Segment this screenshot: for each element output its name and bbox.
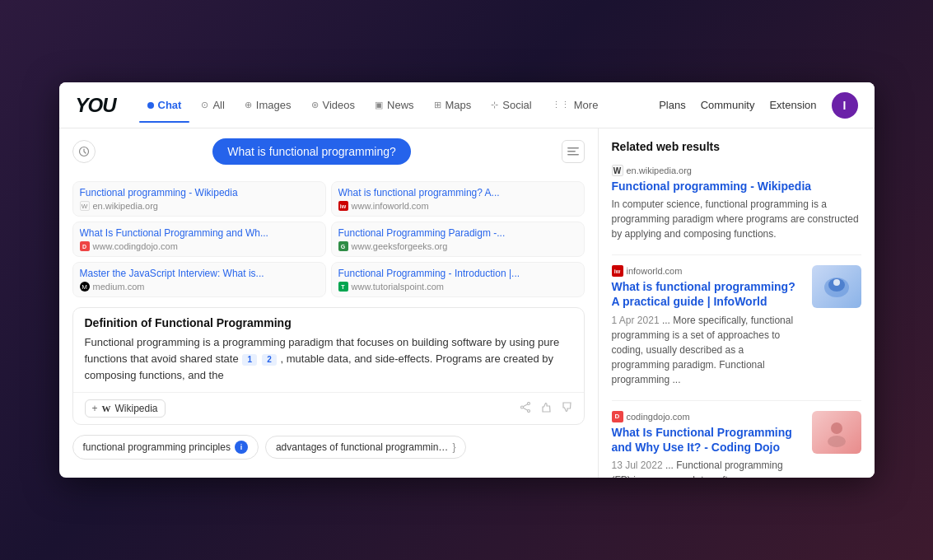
history-button[interactable]: [72, 140, 96, 163]
wikipedia-badge[interactable]: + W Wikipedia: [85, 399, 166, 418]
chat-header: What is functional programming?: [59, 128, 598, 175]
tab-chat[interactable]: Chat: [139, 94, 190, 116]
source-item-0[interactable]: Functional programming - Wikipedia W en.…: [72, 181, 326, 217]
tab-more-label: More: [574, 99, 599, 111]
source-item-2[interactable]: What Is Functional Programming and Wh...…: [72, 222, 326, 257]
browser-window: YOU Chat ⊙ All ⊕ Images ⊛ Videos ▣ News: [59, 82, 875, 478]
community-link[interactable]: Community: [701, 99, 755, 111]
source-title-3: Functional Programming Paradigm -...: [338, 227, 577, 239]
source-favicon-1: iw: [338, 201, 348, 211]
result-item-inner-1: iw infoworld.com What is functional prog…: [612, 265, 861, 386]
svg-line-8: [523, 408, 527, 411]
tab-images[interactable]: ⊕ Images: [236, 94, 300, 116]
source-item-3[interactable]: Functional Programming Paradigm -... G w…: [331, 222, 585, 257]
suggestion-label-1: advantages of functional programmin…: [276, 441, 448, 453]
result-snippet-1: 1 Apr 2021 ... More specifically, functi…: [612, 313, 804, 387]
tab-all-label: All: [212, 99, 224, 111]
suggestion-chip-0[interactable]: functional programming principles i: [72, 435, 259, 460]
result-title-1[interactable]: What is functional programming? A practi…: [612, 279, 804, 309]
result-content-2: D codingdojo.com What Is Functional Prog…: [612, 411, 804, 478]
tab-chat-label: Chat: [158, 99, 182, 111]
source-title-1: What is functional programming? A...: [338, 187, 577, 198]
nav-tabs: Chat ⊙ All ⊕ Images ⊛ Videos ▣ News ⊞ Ma…: [139, 94, 660, 116]
svg-point-11: [833, 279, 840, 286]
tab-images-label: Images: [256, 99, 292, 111]
user-query-bubble: What is functional programming?: [212, 138, 411, 165]
result-content-1: iw infoworld.com What is functional prog…: [612, 265, 804, 386]
result-favicon-0: W: [612, 165, 623, 176]
action-icons: [520, 402, 572, 415]
answer-text: Functional programming is a programming …: [73, 334, 584, 392]
result-title-0[interactable]: Functional programming - Wikipedia: [612, 179, 861, 194]
suggestion-chip-1[interactable]: advantages of functional programmin… }: [265, 436, 466, 459]
result-date-1: 1 Apr 2021: [612, 315, 660, 326]
tab-all-icon: ⊙: [201, 100, 208, 110]
source-favicon-3: G: [338, 241, 348, 251]
tab-videos-label: Videos: [323, 99, 356, 111]
tab-maps[interactable]: ⊞ Maps: [426, 94, 480, 116]
svg-point-13: [828, 436, 846, 447]
result-domain-2: D codingdojo.com: [612, 411, 804, 422]
result-thumbnail-2: [812, 411, 861, 454]
tab-maps-icon: ⊞: [434, 100, 441, 110]
svg-point-12: [831, 422, 842, 434]
svg-rect-3: [567, 154, 579, 156]
top-nav: YOU Chat ⊙ All ⊕ Images ⊛ Videos ▣ News: [59, 82, 875, 128]
thumbup-icon[interactable]: [541, 402, 552, 415]
result-thumbnail-1: [812, 265, 861, 308]
suggestion-dot-0: i: [235, 441, 248, 454]
suggestions-bar: functional programming principles i adva…: [59, 428, 598, 466]
source-title-0: Functional programming - Wikipedia: [80, 187, 319, 198]
nav-right: Plans Community Extension I: [659, 92, 857, 119]
answer-box: Definition of Functional Programming Fun…: [72, 307, 585, 425]
citation-2: 2: [262, 354, 277, 366]
collapse-button[interactable]: [562, 140, 585, 163]
result-domain-0: W en.wikipedia.org: [612, 165, 861, 176]
logo[interactable]: YOU: [76, 94, 116, 117]
source-item-1[interactable]: What is functional programming? A... iw …: [331, 181, 585, 217]
source-domain-2: D www.codingdojo.com: [80, 241, 319, 251]
result-item-2: D codingdojo.com What Is Functional Prog…: [612, 411, 861, 478]
tab-more[interactable]: ⋮⋮ More: [543, 94, 607, 116]
suggestion-bracket-1: }: [452, 441, 455, 453]
tab-more-icon: ⋮⋮: [552, 100, 570, 110]
tab-all[interactable]: ⊙ All: [193, 94, 232, 116]
source-domain-1: iw www.infoworld.com: [338, 201, 577, 211]
wiki-icon: W: [102, 404, 111, 413]
svg-point-5: [527, 410, 529, 413]
tab-images-icon: ⊕: [245, 100, 252, 110]
right-panel: Related web results W en.wikipedia.org F…: [599, 128, 875, 478]
source-title-4: Master the JavaScript Interview: What is…: [80, 268, 319, 279]
plus-icon: +: [92, 403, 98, 414]
source-title-5: Functional Programming - Introduction |.…: [338, 268, 577, 279]
result-snippet-0: In computer science, functional programm…: [612, 197, 861, 241]
tab-maps-label: Maps: [446, 99, 472, 111]
tab-social-label: Social: [502, 99, 531, 111]
plans-link[interactable]: Plans: [659, 99, 686, 111]
share-icon[interactable]: [520, 402, 531, 415]
source-domain-3: G www.geeksforgeeks.org: [338, 241, 577, 251]
result-favicon-1: iw: [612, 265, 623, 277]
result-title-2[interactable]: What Is Functional Programming and Why U…: [612, 425, 804, 455]
thumbdown-icon[interactable]: [562, 402, 572, 415]
source-item-4[interactable]: Master the JavaScript Interview: What is…: [72, 262, 326, 297]
result-favicon-2: D: [612, 411, 623, 422]
suggestion-label-0: functional programming principles: [83, 441, 231, 453]
tab-news[interactable]: ▣ News: [366, 94, 422, 116]
tab-social[interactable]: ⊹ Social: [483, 94, 539, 116]
svg-point-4: [527, 403, 529, 405]
avatar[interactable]: I: [832, 92, 858, 119]
source-domain-4: M medium.com: [80, 282, 319, 292]
extension-link[interactable]: Extension: [769, 99, 816, 111]
source-domain-0: W en.wikipedia.org: [80, 201, 319, 211]
citation-1: 1: [242, 354, 257, 366]
left-panel: What is functional programming? Function…: [59, 128, 599, 478]
tab-videos-icon: ⊛: [311, 100, 319, 110]
result-domain-1: iw infoworld.com: [612, 265, 804, 277]
main-content: What is functional programming? Function…: [59, 128, 875, 478]
source-favicon-0: W: [80, 201, 90, 211]
source-title-2: What Is Functional Programming and Wh...: [80, 227, 319, 239]
result-date-2: 13 Jul 2022: [612, 460, 663, 471]
tab-videos[interactable]: ⊛ Videos: [303, 94, 364, 116]
source-item-5[interactable]: Functional Programming - Introduction |.…: [331, 262, 585, 297]
